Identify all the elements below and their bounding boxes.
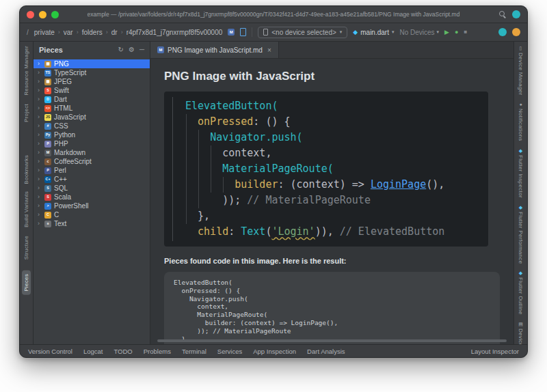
chevron-right-icon: › [38,185,42,191]
tree-item-php[interactable]: ›PPHP [34,139,150,148]
breadcrumb-item-var[interactable]: var [64,29,73,36]
dart-icon: ◆ [353,29,358,36]
chevron-right-icon: › [38,61,42,67]
tree-item-label: CoffeeScript [54,158,92,165]
tree-item-sql[interactable]: ›SSQL [34,184,150,193]
breadcrumb-item-dr[interactable]: dr [111,29,118,36]
chevron-down-icon: ▾ [340,29,343,35]
scala-icon: S [44,194,51,201]
stop-button[interactable]: ■ [464,29,467,35]
code-token: (), [426,178,444,191]
breadcrumb-item-r4pf7x8d1-j7gnxrmpf8f5v00000[interactable]: r4pf7x8d1_j7gnxrmpf8f5v00000 [126,29,223,36]
chevron-down-icon: ▾ [392,29,395,35]
tool-stripe-item-resource-manager[interactable]: Resource Manager [23,46,29,96]
tool-stripe-item-device-manager[interactable]: ▯Device Manager [518,46,524,95]
code-token: : [228,225,241,238]
search-icon[interactable] [499,11,506,18]
tree-item-html[interactable]: ›<>HTML [34,104,150,113]
tree-item-coffeescript[interactable]: ›cCoffeeScript [34,157,150,166]
pieces-panel: Pieces ↻ ⚙ ─ ›▦PNG›TSTypeScript›▦JPEG›SS… [34,42,150,344]
settings-gear-icon[interactable]: ⚙ [129,46,135,53]
tree-item-label: C++ [54,176,67,183]
minimize-window-button[interactable] [39,11,46,18]
tool-stripe-item-notifications[interactable]: ●Notifications [518,102,524,141]
tree-item-swift[interactable]: ›SSwift [34,86,150,95]
tool-stripe-item-structure[interactable]: Structure [23,236,29,260]
tree-item-perl[interactable]: ›PPerl [34,166,150,175]
sql-icon: S [44,185,51,192]
tree-item-python[interactable]: ›PyPython [34,130,150,139]
tree-item-cplusplus[interactable]: ›C+C++ [34,175,150,184]
status-item-dart-analysis[interactable]: Dart Analysis [307,348,345,355]
cpp-icon: C+ [44,176,51,183]
indent-guide [198,130,199,208]
status-item-services[interactable]: Services [217,348,242,355]
editor-tab-bar: M PNG Image with JavaScript.md × [150,42,513,59]
run-button[interactable]: ▶ [444,29,449,36]
tree-item-powershell[interactable]: ›>PowerShell [34,201,150,210]
run-config-selector[interactable]: ◆ main.dart ▾ [353,29,394,36]
tree-item-typescript[interactable]: ›TSTypeScript [34,68,150,77]
pieces-panel-title: Pieces [39,46,63,54]
tool-stripe-item-flutter-performance[interactable]: ◆Flutter Performance [518,205,524,264]
phone-icon: ▯ [520,46,522,51]
tool-stripe-item-pieces[interactable]: Pieces [22,270,31,295]
breadcrumb-item-private[interactable]: private [34,29,55,36]
editor-tab[interactable]: M PNG Image with JavaScript.md × [150,42,279,58]
pieces-toolbar-icon[interactable] [498,28,507,36]
tool-stripe-item-device-fi[interactable]: ▤Device Fi [518,322,524,344]
hide-panel-icon[interactable]: ─ [139,46,144,53]
refresh-icon[interactable]: ↻ [118,46,124,53]
chevron-right-icon: › [38,158,42,165]
chevron-right-icon: › [38,123,42,129]
powershell-icon: > [44,203,51,210]
tool-stripe-item-build-variants[interactable]: Build Variants [23,191,29,227]
tool-stripe-item-bookmarks[interactable]: Bookmarks [23,155,29,184]
device-selector[interactable]: <no device selected> ▾ [258,27,347,38]
devices-dropdown[interactable]: No Devices ▾ [399,29,439,36]
code-line: builder: (context) => LoginPage(), [185,177,488,193]
debug-button[interactable]: ● [455,29,458,36]
code-token: builder [235,178,278,191]
tree-item-css[interactable]: ›#CSS [34,122,150,130]
tool-stripe-item-flutter-inspector[interactable]: ◆Flutter Inspector [518,148,524,198]
breadcrumb-item-folders[interactable]: folders [82,29,103,36]
code-token: MaterialPageRoute( [222,163,334,175]
tree-item-c[interactable]: ›CC [34,210,150,219]
status-item-logcat[interactable]: Logcat [83,348,103,355]
tool-stripe-item-project[interactable]: Project [23,104,29,122]
status-item-todo[interactable]: TODO [114,348,132,355]
tree-item-png[interactable]: ›▦PNG [34,59,150,68]
code-token: )); [185,194,247,206]
code-line: onPressed: () { [185,114,488,130]
tool-stripe-item-flutter-outline[interactable]: ◆Flutter Outline [518,270,524,315]
status-item-app-inspection[interactable]: App Inspection [253,348,296,355]
html-icon: <> [44,105,51,112]
tree-item-jpeg[interactable]: ›▦JPEG [34,77,150,86]
horizontal-scrollbar[interactable] [157,339,507,342]
close-tab-icon[interactable]: × [267,46,271,54]
panel-header-icons: ↻ ⚙ ─ [118,46,144,53]
user-avatar[interactable] [512,28,520,36]
tree-item-markdown[interactable]: ›MMarkdown [34,148,150,157]
tree-item-label: JavaScript [54,113,86,121]
zoom-window-button[interactable] [51,11,59,18]
status-item-terminal[interactable]: Terminal [182,348,206,355]
close-window-button[interactable] [27,11,34,18]
breadcrumb-separator: › [121,29,123,36]
device-connect-icon[interactable] [240,28,246,36]
status-item-problems[interactable]: Problems [144,348,171,355]
tool-stripe-label: Flutter Outline [518,277,524,315]
status-item-layout-inspector[interactable]: Layout Inspector [471,348,519,355]
tree-item-label: Markdown [54,149,85,156]
status-item-version-control[interactable]: Version Control [28,348,72,355]
code-line: )); // MaterialPageRoute [185,193,488,208]
tree-item-scala[interactable]: ›SScala [34,193,150,201]
tree-item-label: Dart [54,96,67,103]
tree-item-dart[interactable]: ›DDart [34,95,150,104]
pieces-logo-icon[interactable] [512,10,520,18]
tree-item-label: HTML [54,104,72,112]
tree-item-text[interactable]: ›≡Text [34,219,150,228]
title-bar[interactable]: example — /private/var/folders/dr/r4pf7x… [20,6,527,23]
tree-item-javascript[interactable]: ›JSJavaScript [34,113,150,122]
